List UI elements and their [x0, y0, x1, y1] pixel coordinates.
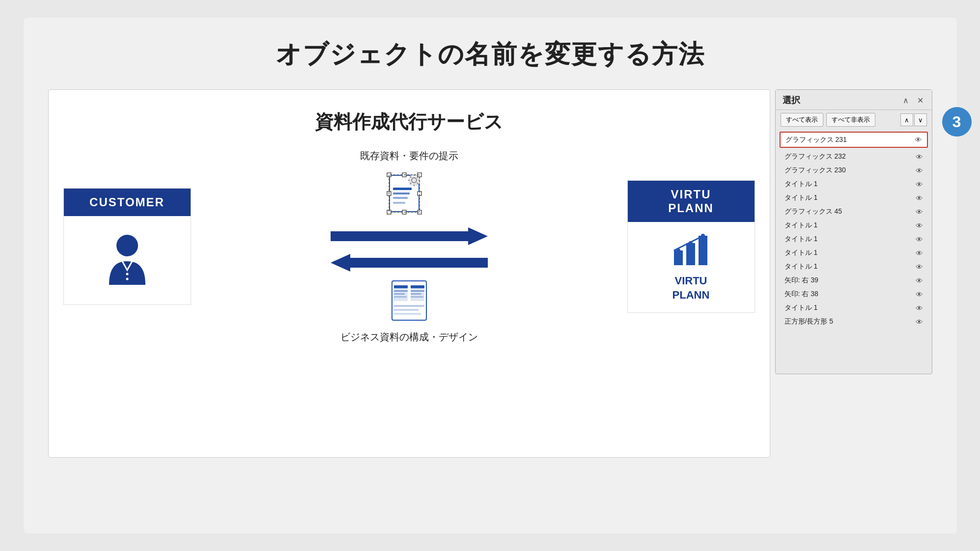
- list-item[interactable]: タイトル 1👁: [780, 219, 928, 232]
- chart-icon: [672, 231, 711, 270]
- svg-rect-43: [674, 250, 683, 265]
- slide-diagram: CUSTOMER: [63, 149, 755, 344]
- item-label: 正方形/長方形 5: [784, 317, 834, 326]
- svg-point-49: [701, 234, 705, 238]
- panel-title: 選択: [783, 94, 800, 106]
- list-item[interactable]: タイトル 1👁: [780, 246, 928, 260]
- svg-rect-35: [411, 290, 424, 292]
- eye-icon: 👁: [916, 249, 923, 257]
- badge-circle: 3: [942, 107, 972, 137]
- virtu-block: VIRTU PLANN: [627, 180, 755, 312]
- panel-close-btn[interactable]: ✕: [914, 94, 927, 107]
- eye-icon: 👁: [916, 180, 923, 189]
- svg-rect-38: [394, 296, 407, 298]
- doc-icon: [382, 171, 426, 216]
- list-item[interactable]: タイトル 1👁: [780, 260, 928, 274]
- slide-panel: 資料作成代行サービス CUSTOMER: [48, 89, 770, 458]
- list-item[interactable]: タイトル 1👁: [780, 191, 928, 205]
- svg-rect-7: [393, 202, 405, 204]
- list-item[interactable]: タイトル 1👁: [780, 177, 928, 191]
- svg-rect-33: [411, 285, 424, 288]
- list-item[interactable]: タイトル 1👁: [780, 232, 928, 246]
- center-area: 既存資料・要件の提示: [191, 149, 627, 344]
- svg-rect-42: [394, 313, 421, 315]
- page-title: オブジェクトの名前を変更する方法: [276, 37, 705, 72]
- slide-title: 資料作成代行サービス: [315, 110, 503, 135]
- list-item[interactable]: グラフィックス 45👁: [780, 205, 928, 219]
- list-item[interactable]: 矢印: 右 39👁: [780, 274, 928, 287]
- svg-rect-40: [394, 305, 424, 307]
- list-item[interactable]: グラフィックス 230👁: [780, 164, 928, 177]
- eye-icon: 👁: [916, 290, 923, 299]
- eye-icon: 👁: [916, 221, 923, 230]
- eye-icon: 👁: [916, 153, 923, 161]
- content-area: 資料作成代行サービス CUSTOMER: [48, 89, 932, 514]
- arrow-right: [331, 227, 488, 245]
- list-item[interactable]: グラフィックス 232👁: [780, 150, 928, 164]
- svg-rect-39: [411, 296, 423, 298]
- item-label: タイトル 1: [784, 235, 818, 244]
- item-label: タイトル 1: [784, 221, 818, 230]
- eye-icon: 👁: [916, 263, 923, 271]
- list-item[interactable]: タイトル 1👁: [780, 301, 928, 315]
- center-top-text: 既存資料・要件の提示: [360, 149, 458, 163]
- arrow-left: [331, 254, 488, 272]
- svg-rect-44: [686, 243, 695, 265]
- item-label: グラフィックス 45: [784, 207, 842, 216]
- selection-panel: 選択 ∧ ✕ すべて表示 すべて非表示 ∧ ∨: [775, 89, 932, 374]
- arrow-up-btn[interactable]: ∧: [900, 113, 913, 126]
- svg-rect-45: [699, 236, 707, 265]
- item-label: グラフィックス 230: [784, 166, 846, 175]
- active-item-input[interactable]: [785, 136, 869, 144]
- page-wrapper: オブジェクトの名前を変更する方法 資料作成代行サービス CUSTOMER: [24, 18, 957, 533]
- list-item[interactable]: 正方形/長方形 5👁: [780, 315, 928, 329]
- svg-rect-6: [393, 197, 408, 199]
- doc2-icon: [387, 278, 431, 323]
- item-label: タイトル 1: [784, 248, 818, 257]
- virtu-header: VIRTU PLANN: [628, 181, 755, 222]
- panel-item-active[interactable]: 👁: [780, 132, 928, 148]
- svg-point-0: [116, 235, 138, 256]
- svg-rect-41: [394, 309, 419, 311]
- panel-header-icons: ∧ ✕: [899, 94, 927, 107]
- svg-point-1: [126, 273, 128, 276]
- eye-icon: 👁: [916, 235, 923, 244]
- person-icon: [100, 231, 154, 295]
- svg-point-47: [676, 248, 680, 252]
- item-label: タイトル 1: [784, 262, 818, 271]
- svg-rect-5: [393, 193, 410, 194]
- customer-header: CUSTOMER: [64, 189, 191, 216]
- center-bottom-text: ビジネス資料の構成・デザイン: [340, 331, 478, 344]
- hide-all-button[interactable]: すべて非表示: [826, 113, 875, 127]
- toolbar-arrows: ∧ ∨: [900, 113, 927, 126]
- customer-block: CUSTOMER: [63, 188, 191, 305]
- svg-rect-32: [394, 285, 408, 288]
- panel-collapse-btn[interactable]: ∧: [899, 94, 912, 107]
- doc-icon-area: [382, 171, 436, 220]
- list-item[interactable]: 矢印: 右 38👁: [780, 287, 928, 301]
- item-label: 矢印: 右 38: [784, 290, 818, 299]
- eye-icon: 👁: [916, 166, 923, 175]
- eye-icon: 👁: [916, 276, 923, 285]
- svg-marker-28: [331, 254, 488, 272]
- eye-icon: 👁: [916, 194, 923, 202]
- svg-marker-27: [331, 227, 488, 245]
- eye-icon: 👁: [916, 318, 923, 326]
- virtu-body: VIRTUPLANN: [662, 222, 721, 312]
- arrow-down-btn[interactable]: ∨: [914, 113, 927, 126]
- eye-icon-active: 👁: [915, 136, 922, 144]
- svg-rect-37: [411, 293, 421, 295]
- item-label: 矢印: 右 39: [784, 276, 818, 285]
- diagram-row: CUSTOMER: [63, 149, 755, 344]
- virtu-label: VIRTUPLANN: [672, 274, 710, 302]
- item-label: タイトル 1: [784, 303, 818, 312]
- item-label: タイトル 1: [784, 180, 818, 189]
- show-all-button[interactable]: すべて表示: [781, 113, 823, 127]
- panel-toolbar: すべて表示 すべて非表示 ∧ ∨: [776, 110, 932, 130]
- item-label: グラフィックス 232: [784, 152, 846, 161]
- eye-icon: 👁: [916, 208, 923, 216]
- item-label: タイトル 1: [784, 193, 818, 202]
- panel-header: 選択 ∧ ✕: [776, 90, 932, 110]
- eye-icon: 👁: [916, 304, 923, 312]
- svg-rect-36: [394, 293, 405, 295]
